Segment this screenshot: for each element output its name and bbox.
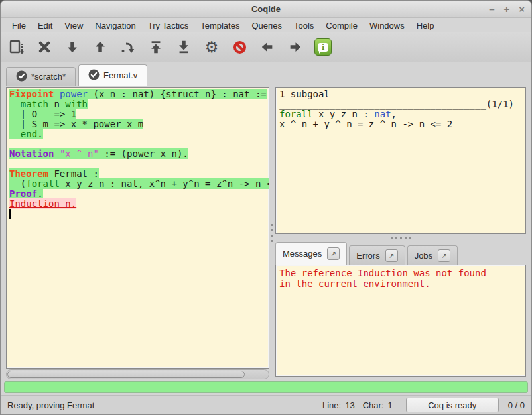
tab-Fermat.v[interactable]: Fermat.v — [78, 64, 147, 86]
code-line: end. — [9, 129, 269, 139]
minimize-button[interactable]: – — [489, 4, 494, 14]
goal-panel[interactable]: 1 subgoal_______________________________… — [275, 87, 526, 234]
tab-label: *scratch* — [31, 72, 66, 82]
progress-zone — [1, 379, 531, 395]
menu-item-compile[interactable]: Compile — [320, 19, 364, 32]
titlebar: CoqIde – + × — [1, 1, 531, 18]
error-message-line: The reference Induction was not found — [279, 268, 525, 278]
arrow-up-icon — [93, 40, 107, 54]
previous-occurrence-button[interactable] — [257, 36, 278, 58]
arrow-left-icon — [260, 40, 275, 54]
code-line: match n with — [9, 99, 269, 109]
code-line: (forall x y z n : nat, x^n + y^n = z^n -… — [9, 179, 269, 189]
hscrollbar-thumb[interactable] — [7, 371, 245, 378]
save-button[interactable] — [6, 36, 27, 58]
progress-bar — [4, 381, 528, 393]
check-circle-icon — [88, 69, 100, 82]
horizontal-splitter[interactable] — [275, 234, 526, 241]
menu-item-edit[interactable]: Edit — [32, 19, 58, 32]
detach-icon[interactable]: ↗ — [327, 247, 340, 260]
code-line — [9, 159, 269, 169]
menu-item-file[interactable]: File — [6, 19, 32, 32]
next-occurrence-button[interactable] — [285, 36, 306, 58]
code-line: x ^ n + y ^ n = z ^ n -> n <= 2 — [279, 119, 525, 129]
detach-icon[interactable]: ↗ — [438, 249, 450, 262]
fully-check-button[interactable]: ⚙ — [201, 36, 222, 58]
menu-item-tools[interactable]: Tools — [288, 19, 320, 32]
menu-item-navigation[interactable]: Navigation — [89, 19, 141, 32]
no-entry-icon — [233, 41, 246, 54]
line-value: 13 — [345, 400, 354, 410]
coqide-window: CoqIde – + × FileEditViewNavigationTry T… — [0, 0, 532, 415]
backward-one-command-button[interactable] — [90, 36, 111, 58]
arrow-right-icon — [288, 40, 302, 54]
code-line: | O => 1 — [9, 109, 269, 119]
text-caret — [9, 209, 11, 219]
tab-label: Errors — [356, 251, 379, 261]
status-right: Line: 13 Char: 1 Coq is ready 0 / 0 — [322, 398, 525, 412]
window-title: CoqIde — [251, 4, 281, 14]
go-to-end-button[interactable] — [173, 36, 194, 58]
tab-errors[interactable]: Errors↗ — [349, 245, 405, 265]
close-button[interactable]: × — [519, 4, 525, 14]
close-buffer-button[interactable] — [34, 36, 55, 58]
status-bar: Ready, proving Fermat Line: 13 Char: 1 C… — [1, 395, 531, 414]
code-line: | S m => x * power x m — [9, 119, 269, 129]
about-button[interactable]: i — [312, 36, 334, 58]
info-icon: i — [314, 38, 332, 56]
char-label: Char: — [363, 400, 384, 410]
main-area: Fixpoint power (x n : nat) {struct n} : … — [1, 86, 531, 379]
code-line: Fixpoint power (x n : nat) {struct n} : … — [9, 89, 269, 99]
window-controls: – + × — [489, 1, 525, 17]
tab-label: Messages — [283, 249, 322, 259]
line-label: Line: — [322, 400, 341, 410]
menu-item-help[interactable]: Help — [411, 19, 440, 32]
toolbar: ⚙ i — [1, 32, 531, 62]
tab-label: Fermat.v — [103, 70, 137, 80]
coq-state-indicator: Coq is ready — [406, 398, 499, 412]
right-column: 1 subgoal_______________________________… — [275, 87, 526, 379]
tab-scratch[interactable]: *scratch* — [6, 67, 76, 86]
menu-item-view[interactable]: View — [58, 19, 89, 32]
arrow-to-bottom-icon — [176, 40, 191, 54]
forward-one-command-button[interactable] — [62, 36, 83, 58]
vertical-splitter[interactable] — [269, 87, 275, 379]
error-message-line: in the current environment. — [279, 278, 525, 289]
detach-icon[interactable]: ↗ — [385, 249, 398, 262]
menu-item-templates[interactable]: Templates — [194, 19, 245, 32]
close-icon — [37, 40, 52, 54]
menu-item-windows[interactable]: Windows — [364, 19, 411, 32]
code-line: Theorem Fermat : — [9, 169, 269, 179]
code-line: Notation "x ^ n" := (power x n). — [9, 149, 269, 159]
menu-item-try-tactics[interactable]: Try Tactics — [142, 19, 194, 32]
code-line: Proof. — [9, 189, 269, 199]
editor-column: Fixpoint power (x n : nat) {struct n} : … — [6, 87, 269, 379]
messages-notebook: Messages↗Errors↗Jobs↗ The reference Indu… — [275, 241, 526, 379]
code-line: 1 subgoal — [279, 89, 525, 99]
code-line — [9, 209, 269, 219]
tab-jobs[interactable]: Jobs↗ — [407, 245, 458, 265]
tab-label: Jobs — [415, 251, 432, 261]
arrow-down-icon — [65, 40, 80, 54]
go-to-cursor-icon — [120, 39, 136, 55]
task-counter: 0 / 0 — [508, 400, 525, 410]
code-line: forall x y z n : nat, — [279, 109, 525, 119]
save-icon — [8, 38, 25, 56]
gear-icon: ⚙ — [205, 40, 219, 55]
status-message: Ready, proving Fermat — [7, 400, 322, 410]
messages-tabbar: Messages↗Errors↗Jobs↗ — [275, 241, 526, 265]
tab-messages[interactable]: Messages↗ — [275, 242, 347, 265]
char-value: 1 — [387, 400, 392, 410]
arrow-to-top-icon — [149, 40, 163, 54]
code-editor[interactable]: Fixpoint power (x n : nat) {struct n} : … — [6, 87, 269, 369]
restart-button[interactable] — [145, 36, 166, 58]
code-line: _____________________________________(1/… — [279, 99, 525, 109]
check-circle-icon — [16, 70, 27, 84]
maximize-button[interactable]: + — [503, 4, 509, 14]
go-to-cursor-button[interactable] — [117, 36, 139, 58]
interrupt-button[interactable] — [229, 36, 250, 58]
menu-item-queries[interactable]: Queries — [245, 19, 288, 32]
editor-hscrollbar[interactable] — [6, 369, 269, 379]
menu-bar: FileEditViewNavigationTry TacticsTemplat… — [1, 18, 531, 32]
messages-content[interactable]: The reference Induction was not foundin … — [275, 265, 526, 377]
